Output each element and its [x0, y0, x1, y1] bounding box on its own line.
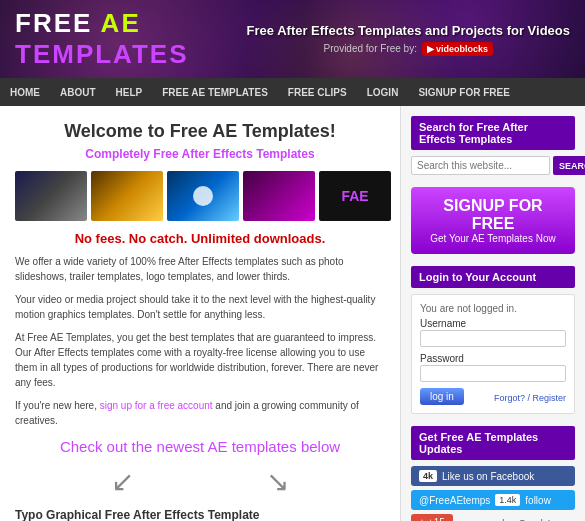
search-button[interactable]: SEARCH	[553, 156, 585, 175]
body-text-4: If you're new here, sign up for a free a…	[15, 398, 385, 428]
free-subtitle: Completely Free After Effects Templates	[15, 147, 385, 161]
thumbnail-4	[243, 171, 315, 221]
tw-follow-count: 1.4k	[495, 494, 520, 506]
welcome-title: Welcome to Free AE Templates!	[15, 121, 385, 142]
gplus-recommend-text: recommend us Google!	[457, 518, 551, 522]
updates-section: Get Free AE Templates Updates 4k Like us…	[411, 426, 575, 521]
search-input[interactable]	[411, 156, 550, 175]
arrows-container: ↙ ↘	[15, 465, 385, 498]
nav-help[interactable]: HELP	[106, 78, 153, 106]
thumbnail-3	[167, 171, 239, 221]
login-extra-links: Forgot? / Register	[494, 393, 566, 403]
search-box: SEARCH	[411, 156, 575, 175]
no-fees-text: No fees. No catch. Unlimited downloads.	[15, 231, 385, 246]
logo-free-word: FREE	[15, 8, 92, 38]
search-section-title: Search for Free After Effects Templates	[411, 116, 575, 150]
main-content: Welcome to Free AE Templates! Completely…	[0, 106, 400, 521]
vb-label: videoblocks	[436, 44, 488, 54]
login-section-title: Login to Your Account	[411, 266, 575, 288]
password-label: Password	[420, 353, 566, 364]
password-input[interactable]	[420, 365, 566, 382]
section-title: Typo Graphical Free After Effects Templa…	[15, 508, 385, 521]
provided-label: Provided for Free by:	[324, 43, 417, 54]
nav-free-clips[interactable]: FREE CLIPS	[278, 78, 357, 106]
nav-free-ae-templates[interactable]: FREE AE TEMPLATES	[152, 78, 278, 106]
thumbnails-row: FAE	[15, 171, 385, 221]
sidebar: Search for Free After Effects Templates …	[400, 106, 585, 521]
header-tagline: Free After Effects Templates and Project…	[247, 23, 570, 38]
main-nav: HOME ABOUT HELP FREE AE TEMPLATES FREE C…	[0, 78, 585, 106]
thumbnail-2	[91, 171, 163, 221]
check-newest-text: Check out the newest AE templates below	[15, 438, 385, 455]
tw-handle: @FreeAEtemps	[419, 495, 490, 506]
logo-free-ae: FREE AE	[15, 8, 189, 39]
signup-big-section: SIGNUP FOR FREE Get Your AE Templates No…	[411, 187, 575, 254]
logo-templates-word: TEMPLATES	[15, 39, 189, 70]
updates-section-title: Get Free AE Templates Updates	[411, 426, 575, 460]
fb-follow-count: 4k	[419, 470, 437, 482]
nav-home[interactable]: HOME	[0, 78, 50, 106]
videoblocks-badge: ▶ videoblocks	[422, 42, 493, 56]
gplus-row: + +15 recommend us Google!	[411, 514, 575, 521]
body-text-3: At Free AE Templates, you get the best t…	[15, 330, 385, 390]
gplus-sub-count: +15	[428, 517, 445, 521]
login-form: You are not logged in. Username Password…	[411, 294, 575, 414]
signup-big-title: SIGNUP FOR FREE	[421, 197, 565, 233]
body-text-1: We offer a wide variety of 100% free Aft…	[15, 254, 385, 284]
fb-follow-text: Like us on Facebook	[442, 471, 534, 482]
register-link[interactable]: Register	[532, 393, 566, 403]
nav-signup-for-free[interactable]: SIGNUP FOR FREE	[408, 78, 520, 106]
body-text-2: Your video or media project should take …	[15, 292, 385, 322]
search-section: Search for Free After Effects Templates …	[411, 116, 575, 175]
nav-about[interactable]: ABOUT	[50, 78, 106, 106]
signup-link[interactable]: sign up for a free account	[100, 400, 213, 411]
check-newest-suffix: below	[301, 438, 340, 455]
check-newest-link[interactable]: AE templates	[208, 438, 297, 455]
site-header: FREE AE TEMPLATES Free After Effects Tem…	[0, 0, 585, 78]
signup-big-subtitle: Get Your AE Templates Now	[421, 233, 565, 244]
signup-big-button[interactable]: SIGNUP FOR FREE Get Your AE Templates No…	[411, 187, 575, 254]
gplus-plus-icon: +	[419, 517, 425, 521]
tw-follow-label: follow	[525, 495, 551, 506]
arrow-left-icon: ↙	[111, 465, 134, 498]
site-logo: FREE AE TEMPLATES	[15, 8, 189, 70]
gplus-follow-button[interactable]: + +15	[411, 514, 453, 521]
login-section: Login to Your Account You are not logged…	[411, 266, 575, 414]
check-newest-prefix: Check out the newest	[60, 438, 204, 455]
forgot-link[interactable]: Forgot?	[494, 393, 525, 403]
logo-ae-word: AE	[101, 8, 141, 38]
login-not-logged: You are not logged in.	[420, 303, 566, 314]
vb-icon: ▶	[427, 44, 434, 54]
thumbnail-fae: FAE	[319, 171, 391, 221]
fb-follow-button[interactable]: 4k Like us on Facebook	[411, 466, 575, 486]
nav-login[interactable]: LOGIN	[357, 78, 409, 106]
social-follow-buttons: 4k Like us on Facebook @FreeAEtemps 1.4k…	[411, 466, 575, 521]
twitter-follow-button[interactable]: @FreeAEtemps 1.4k follow	[411, 490, 575, 510]
username-label: Username	[420, 318, 566, 329]
main-content-area: Welcome to Free AE Templates! Completely…	[0, 106, 585, 521]
username-input[interactable]	[420, 330, 566, 347]
page-wrapper: FREE AE TEMPLATES Free After Effects Tem…	[0, 0, 585, 521]
thumbnail-1	[15, 171, 87, 221]
login-button[interactable]: log in	[420, 388, 464, 405]
header-right: Free After Effects Templates and Project…	[247, 23, 570, 56]
header-provided: Provided for Free by: ▶ videoblocks	[247, 42, 570, 56]
arrow-right-icon: ↘	[266, 465, 289, 498]
